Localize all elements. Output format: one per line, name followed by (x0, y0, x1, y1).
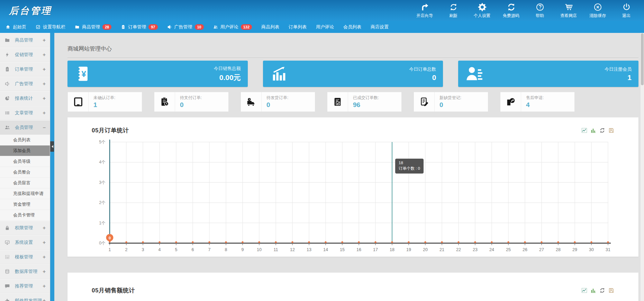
card-text: 今日注册会员 1 (605, 66, 632, 82)
users-icon (213, 25, 218, 29)
sidebar-item-recommend[interactable]: 推荐管理 + (0, 279, 50, 293)
stat-text: 待发货订单: 0 (262, 92, 288, 112)
stat-text: 待支付订单: 0 (175, 92, 202, 112)
svg-text:10: 10 (257, 247, 262, 252)
stat-text: 新缺货登记: 0 (435, 92, 461, 112)
nav-item-shop-settings[interactable]: 商店设置 (371, 24, 389, 30)
help-button[interactable]: 帮助 (532, 2, 548, 19)
free-source-button[interactable]: 免费源码 (503, 2, 519, 19)
bar-chart-icon[interactable] (590, 127, 596, 133)
expand-plus-icon: + (43, 37, 46, 43)
nav-item-setup-navbar[interactable]: 设置导航栏 (36, 24, 65, 30)
sidebar-subitem-member-cards[interactable]: 会员卡管理 (0, 210, 50, 221)
save-chart-icon[interactable] (608, 287, 614, 293)
svg-text:9: 9 (242, 247, 244, 252)
nav-item-order-list[interactable]: 订单列表 (289, 24, 307, 30)
save-chart-icon[interactable] (608, 127, 614, 133)
sidebar-subitem-add-member[interactable]: 添加会员 (0, 145, 50, 156)
nav-item-user-comments[interactable]: 用户评论 132 (213, 24, 252, 30)
sidebar-subitem-member-level[interactable]: 会员等级 (0, 156, 50, 167)
refresh-button[interactable]: 刷新 (445, 2, 461, 19)
folder-icon (4, 37, 11, 43)
nav-item-home[interactable]: 起始页 (6, 24, 26, 30)
sidebar-subitem-member-integration[interactable]: 会员整合 (0, 167, 50, 178)
svg-text:22: 22 (456, 247, 461, 252)
sidebar-item-reports[interactable]: 报表统计 + (0, 91, 50, 106)
svg-text:0个: 0个 (99, 241, 106, 246)
bar-chart-icon[interactable] (590, 287, 596, 293)
thumb-icon (4, 298, 11, 301)
nav-item-orders[interactable]: 订单管理 97 (121, 24, 157, 30)
logout-button[interactable]: 退出 (618, 2, 634, 19)
svg-text:2: 2 (125, 247, 128, 252)
sidebar-subitem-funds[interactable]: 资金管理 (0, 199, 50, 210)
svg-text:8: 8 (225, 247, 227, 252)
svg-text:20: 20 (423, 247, 428, 252)
order-chart[interactable]: 0个1个2个3个4个5个1234567891011121314151617181… (92, 137, 614, 255)
sidebar-subitem-member-list[interactable]: 会员列表 (0, 135, 50, 145)
page-scrollbar[interactable] (641, 33, 644, 301)
sidebar-collapse-handle[interactable] (50, 141, 54, 152)
sales-chart-title: 05月销售额统计 (92, 286, 135, 294)
svg-text:7: 7 (208, 247, 211, 252)
stat-pending-payment[interactable]: 待支付订单: 0 (154, 92, 229, 112)
stat-after-sales[interactable]: 售后申请: 4 (500, 92, 575, 112)
clipboard-clock-icon (154, 92, 175, 112)
personal-settings-button[interactable]: 个人设置 (474, 2, 490, 19)
sidebar-subitem-recharge-withdraw[interactable]: 充值和提现申请 (0, 188, 50, 199)
svg-text:19: 19 (406, 247, 411, 252)
money-icon: ¥ (74, 65, 92, 83)
scrollbar-thumb[interactable] (641, 33, 644, 85)
expand-plus-icon: + (43, 66, 46, 72)
svg-text:3: 3 (142, 247, 144, 252)
goods-badge: 28 (102, 24, 111, 30)
refresh-chart-icon[interactable] (599, 127, 605, 133)
expand-plus-icon: + (43, 298, 46, 301)
stat-completed-orders[interactable]: 已成交订单数: 96 (327, 92, 402, 112)
expand-plus-icon: + (43, 225, 46, 231)
nav-item-goods[interactable]: 商品管理 28 (75, 24, 111, 30)
sidebar-item-goods[interactable]: 商品管理 + (0, 33, 50, 47)
sidebar-item-database[interactable]: 数据库管理 + (0, 264, 50, 279)
sidebar-item-mailing[interactable]: 邮件群发管理 + (0, 293, 50, 301)
svg-text:23: 23 (473, 247, 478, 252)
clear-cache-button[interactable]: 清除缓存 (589, 2, 606, 19)
stat-pending-shipment[interactable]: 待发货订单: 0 (241, 92, 315, 112)
checkbox-icon (36, 25, 40, 29)
refresh-chart-icon[interactable] (599, 287, 605, 293)
sidebar-subitem-member-messages[interactable]: 会员留言 (0, 178, 50, 188)
panel-head: 05月订单统计 (92, 126, 614, 134)
sidebar-item-permissions[interactable]: 权限管理 + (0, 221, 50, 235)
svg-text:4: 4 (158, 247, 161, 252)
line-chart-icon[interactable] (581, 127, 587, 133)
sidebar-item-system-settings[interactable]: 系统设置 + (0, 235, 50, 250)
svg-text:1: 1 (109, 247, 111, 252)
card-today-orders[interactable]: 今日订单总数 0 (263, 61, 443, 87)
sidebar-item-members[interactable]: 会员管理 – (0, 120, 50, 135)
sidebar-item-articles[interactable]: 文章管理 + (0, 106, 50, 120)
comment-icon (4, 283, 11, 289)
nav-item-user-comments-2[interactable]: 用户评论 (316, 24, 334, 30)
open-shop-wizard-button[interactable]: 开店向导 (416, 2, 433, 19)
nav-item-goods-list[interactable]: 商品列表 (261, 24, 279, 30)
card-today-sales[interactable]: ¥ 今日销售总额 0.00元 (67, 61, 248, 87)
member-icon (465, 65, 483, 83)
sidebar-item-ads[interactable]: 广告管理 + (0, 77, 50, 91)
nav-item-ads[interactable]: 广告管理 10 (167, 24, 204, 30)
sidebar-item-orders[interactable]: 订单管理 + (0, 62, 50, 77)
line-chart-icon[interactable] (581, 287, 587, 293)
x-circle-icon (593, 2, 602, 11)
stat-unconfirmed-orders[interactable]: 未确认订单: 1 (67, 92, 142, 112)
clipboard-icon (4, 67, 11, 72)
sidebar-item-promotion[interactable]: 促销管理 + (0, 47, 50, 62)
svg-text:1个: 1个 (99, 221, 106, 225)
card-today-members[interactable]: 今日注册会员 1 (458, 61, 638, 87)
megaphone-icon (167, 25, 172, 29)
users-icon (4, 125, 11, 130)
order-chart-title: 05月订单统计 (92, 126, 129, 134)
sidebar-item-templates[interactable]: 模板管理 + (0, 250, 50, 264)
order-chart-plot: 0个1个2个3个4个5个1234567891011121314151617181… (92, 137, 614, 254)
nav-item-member-list[interactable]: 会员列表 (343, 24, 361, 30)
stat-out-of-stock[interactable]: 新缺货登记: 0 (414, 92, 488, 112)
view-shop-button[interactable]: 查看网店 (560, 2, 577, 19)
